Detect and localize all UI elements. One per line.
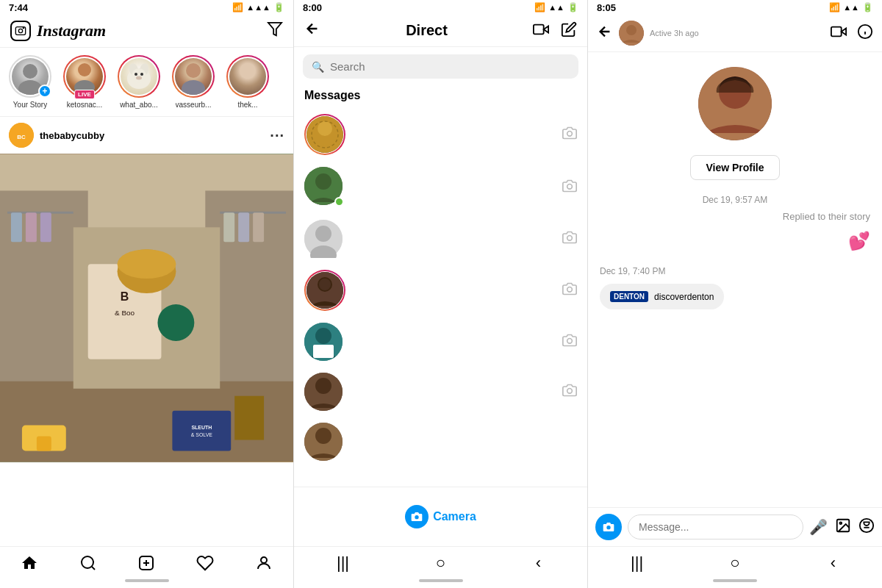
svg-rect-41: [238, 212, 249, 242]
svg-marker-75: [842, 28, 846, 35]
avatar-container-2: [304, 167, 345, 208]
svg-point-27: [118, 249, 176, 279]
message-camera-icon: [603, 521, 614, 533]
story-item-thek[interactable]: thek...: [225, 55, 270, 109]
message-camera-button[interactable]: [595, 514, 622, 540]
status-icons-3: 📶 ▲▲ 🔋: [829, 2, 873, 12]
search-input[interactable]: [330, 60, 570, 73]
microphone-icon[interactable]: 🎤: [809, 518, 828, 536]
video-call-icon-chat[interactable]: [831, 24, 847, 43]
svg-rect-76: [831, 26, 842, 36]
avatar-art-7: [304, 423, 343, 461]
back-arrow-icon-chat: [597, 24, 613, 40]
svg-point-15: [182, 80, 205, 95]
svg-point-82: [606, 526, 610, 529]
add-story-icon[interactable]: +: [38, 85, 51, 98]
camera-icon-1[interactable]: [562, 126, 577, 144]
dog-icon: [121, 58, 157, 95]
feed-header: Instagram: [0, 15, 293, 48]
svg-point-13: [136, 76, 142, 80]
sticker-icon[interactable]: [858, 517, 875, 537]
camera-icon-5[interactable]: [562, 333, 577, 351]
heart-nav-item[interactable]: [196, 554, 214, 572]
vasseurb-ring: [172, 55, 215, 98]
image-icon[interactable]: [835, 517, 851, 537]
wifi-icon: 📶: [232, 2, 243, 12]
nav-menu-2[interactable]: |||: [334, 554, 352, 572]
camera-icon-3[interactable]: [562, 230, 577, 248]
svg-point-3: [23, 64, 37, 79]
ketosnac-avatar-wrap: LIVE: [63, 55, 106, 98]
svg-point-53: [315, 173, 331, 190]
story-item-ketosnac[interactable]: LIVE ketosnac...: [62, 55, 107, 109]
avatar-art-5: [304, 323, 343, 361]
chat-back-button[interactable]: [597, 24, 613, 43]
video-call-icon[interactable]: [533, 21, 549, 40]
message-item[interactable]: [294, 417, 587, 461]
nav-menu-3[interactable]: |||: [628, 554, 646, 572]
svg-rect-36: [11, 212, 22, 242]
post-account[interactable]: BC thebabycubby: [9, 123, 104, 148]
camera-icon-2[interactable]: [562, 179, 577, 197]
camera-icon: [562, 383, 577, 398]
message-item[interactable]: [294, 367, 587, 417]
gesture-bar-3: [588, 576, 882, 588]
gesture-bar-2: [294, 576, 587, 588]
compose-icon[interactable]: [561, 21, 577, 40]
timestamp-1: Dec 19, 9:57 AM: [703, 195, 768, 205]
message-item[interactable]: [294, 214, 587, 264]
svg-marker-46: [544, 26, 548, 32]
info-icon[interactable]: [857, 24, 873, 43]
instagram-wordmark: Instagram: [37, 21, 106, 40]
story-label-your-story: Your Story: [13, 101, 47, 109]
camera-icon-4[interactable]: [562, 282, 577, 300]
nav-home-2[interactable]: ○: [432, 554, 450, 572]
svg-point-11: [135, 73, 137, 76]
story-item-your-story[interactable]: + Your Story: [7, 55, 53, 109]
camera-icon-6[interactable]: [562, 383, 577, 401]
message-item[interactable]: [294, 317, 587, 367]
what-abo-avatar: [121, 58, 157, 95]
camera-svg-icon: [411, 511, 423, 523]
svg-point-69: [567, 388, 573, 393]
battery-icon: 🔋: [273, 2, 284, 12]
story-item-what-abo[interactable]: what_abo...: [116, 55, 162, 109]
camera-icon: [562, 282, 577, 296]
post-more-icon[interactable]: ···: [270, 127, 284, 144]
svg-point-2: [23, 27, 24, 28]
chat-input-area: 🎤: [588, 507, 882, 546]
message-item-left-6: [304, 373, 343, 411]
vasseurb-avatar-wrap: [172, 55, 215, 98]
message-item[interactable]: [294, 161, 587, 214]
back-button[interactable]: [304, 21, 320, 40]
filter-icon[interactable]: [267, 21, 283, 41]
online-status-dot: [334, 197, 344, 207]
story-item-vasseurb[interactable]: vasseurb...: [171, 55, 216, 109]
post-account-name: thebabycubby: [40, 130, 104, 141]
search-nav-item[interactable]: [79, 554, 97, 572]
message-item-left-2: [304, 167, 345, 208]
svg-rect-33: [234, 396, 264, 440]
svg-text:& SOLVE: & SOLVE: [191, 432, 213, 437]
wifi-icon-3: 📶: [829, 2, 840, 12]
add-nav-item[interactable]: [137, 554, 155, 572]
search-bar[interactable]: 🔍: [303, 54, 578, 79]
nav-back-3[interactable]: ‹: [824, 554, 842, 572]
svg-point-12: [140, 73, 143, 76]
home-nav-item[interactable]: [21, 554, 38, 572]
nav-home-3[interactable]: ○: [726, 554, 744, 572]
vasseurb-avatar: [175, 58, 212, 95]
svg-point-71: [315, 428, 331, 444]
message-item[interactable]: [294, 264, 587, 317]
signal-icon-3: ▲▲: [843, 3, 859, 12]
message-item[interactable]: [294, 108, 587, 161]
svg-point-72: [415, 515, 418, 519]
back-arrow-icon: [304, 21, 320, 37]
profile-nav-item[interactable]: [255, 554, 273, 572]
view-profile-button[interactable]: View Profile: [690, 155, 779, 180]
nav-back-2[interactable]: ‹: [530, 554, 548, 572]
svg-point-10: [132, 68, 146, 83]
camera-button-icon: [405, 505, 429, 528]
message-input[interactable]: [628, 514, 803, 539]
camera-button[interactable]: Camera: [390, 499, 491, 534]
